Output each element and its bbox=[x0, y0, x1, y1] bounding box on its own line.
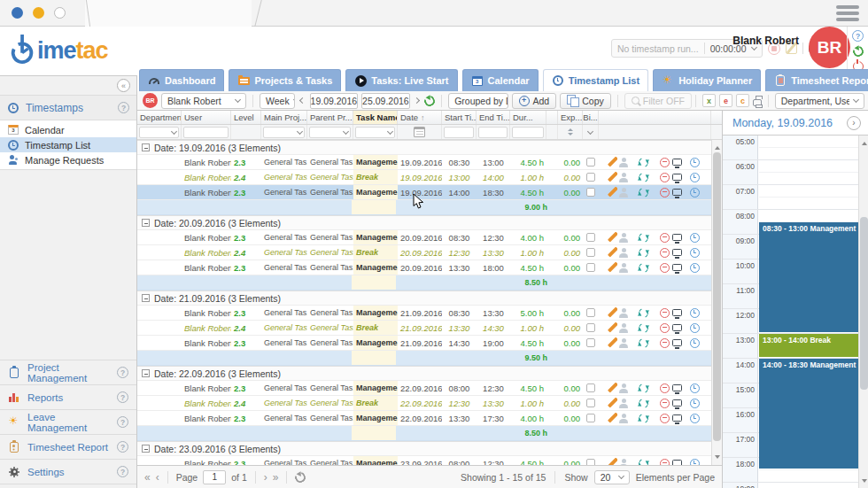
next-period-button[interactable] bbox=[414, 93, 421, 109]
help-icon[interactable] bbox=[117, 416, 128, 428]
copy-button[interactable]: Copy bbox=[560, 93, 611, 109]
column-header-user[interactable]: User bbox=[182, 111, 231, 124]
edit-pencil-icon[interactable] bbox=[608, 458, 617, 465]
table-row[interactable]: Blank Robert 2.3 General Tas... General … bbox=[137, 411, 711, 426]
billable-checkbox[interactable] bbox=[586, 188, 595, 197]
period-select[interactable]: Week bbox=[260, 93, 295, 109]
remove-icon[interactable] bbox=[660, 308, 670, 318]
remove-icon[interactable] bbox=[660, 158, 670, 167]
first-page-button[interactable]: « bbox=[144, 472, 151, 483]
remove-icon[interactable] bbox=[660, 338, 670, 348]
sync-icon[interactable] bbox=[637, 337, 649, 349]
assign-user-icon[interactable] bbox=[619, 338, 628, 348]
sidebar-section[interactable]: Project Management bbox=[0, 360, 136, 385]
monitor-icon[interactable] bbox=[672, 309, 682, 316]
sidebar-item[interactable]: Timestamp List bbox=[0, 137, 136, 152]
scrollbar-thumb[interactable] bbox=[713, 152, 721, 441]
monitor-icon[interactable] bbox=[672, 324, 682, 331]
monitor-icon[interactable] bbox=[672, 234, 682, 241]
filter-end-input[interactable] bbox=[478, 127, 508, 138]
edit-pencil-icon[interactable] bbox=[608, 157, 617, 167]
table-row[interactable]: Blank Robert 2.3 General Tas... General … bbox=[137, 185, 711, 200]
help-icon[interactable] bbox=[117, 367, 128, 378]
refresh-icon[interactable] bbox=[850, 44, 864, 58]
remove-icon[interactable] bbox=[660, 248, 670, 258]
monitor-icon[interactable] bbox=[672, 189, 682, 196]
collapse-group-icon[interactable] bbox=[142, 445, 150, 453]
clock-icon[interactable] bbox=[690, 338, 700, 348]
panel-scrollbar[interactable] bbox=[858, 136, 868, 488]
export-file-icon[interactable]: x bbox=[702, 94, 716, 107]
sync-icon[interactable] bbox=[637, 171, 649, 183]
scroll-down-icon[interactable] bbox=[862, 479, 867, 485]
table-row[interactable]: Blank Robert 2.3 General Tas... General … bbox=[137, 306, 711, 321]
collapse-group-icon[interactable] bbox=[142, 143, 150, 151]
sync-icon[interactable] bbox=[637, 261, 649, 274]
column-header-task-name[interactable]: Task Name bbox=[353, 111, 398, 124]
filter-button[interactable]: Filter OFF bbox=[624, 93, 692, 109]
column-header-end-time[interactable]: End Ti... bbox=[477, 111, 510, 124]
table-row[interactable]: Blank Robert 2.3 General Tas... General … bbox=[137, 336, 711, 351]
group-header-row[interactable]: Date: 19.09.2016 (3 Elements) bbox=[137, 140, 711, 155]
date-from-input[interactable]: 19.09.2016 bbox=[310, 93, 359, 109]
refresh-icon[interactable] bbox=[293, 469, 307, 484]
add-button[interactable]: Add bbox=[512, 93, 557, 109]
tab[interactable]: Holiday Planner bbox=[653, 69, 761, 91]
table-row[interactable]: Blank Robert 2.3 General Tas... General … bbox=[137, 230, 711, 245]
export-file-icon[interactable]: c bbox=[736, 94, 749, 107]
clock-icon[interactable] bbox=[690, 323, 700, 333]
scroll-up-icon[interactable] bbox=[862, 139, 867, 145]
edit-pencil-icon[interactable] bbox=[608, 172, 617, 182]
table-scrollbar[interactable] bbox=[711, 140, 722, 465]
column-header-start-time[interactable]: Start Ti... bbox=[442, 111, 477, 124]
edit-pencil-icon[interactable] bbox=[608, 187, 617, 198]
export-file-icon[interactable]: e bbox=[719, 94, 732, 107]
scroll-down-icon[interactable] bbox=[715, 455, 720, 461]
toolbar-avatar[interactable]: BR bbox=[143, 93, 158, 108]
clock-icon[interactable] bbox=[690, 263, 700, 273]
help-icon[interactable] bbox=[117, 441, 128, 453]
browser-tab[interactable] bbox=[85, 0, 252, 27]
remove-icon[interactable] bbox=[660, 459, 670, 466]
column-header-department[interactable]: Department bbox=[137, 111, 182, 124]
edit-pencil-icon[interactable] bbox=[608, 413, 617, 423]
sync-icon[interactable] bbox=[637, 246, 649, 259]
clock-icon[interactable] bbox=[690, 459, 700, 466]
assign-user-icon[interactable] bbox=[619, 188, 628, 198]
tab[interactable]: Timesheet Report bbox=[765, 69, 868, 91]
sidebar-section[interactable]: Settings bbox=[0, 459, 136, 484]
group-header-row[interactable]: Date: 21.09.2016 (3 Elements) bbox=[137, 290, 711, 306]
sidebar-section[interactable]: Reports bbox=[0, 384, 136, 410]
table-row[interactable]: Blank Robert 2.3 General Tas... General … bbox=[137, 155, 711, 170]
filter-billable-select[interactable] bbox=[587, 128, 593, 134]
sync-icon[interactable] bbox=[637, 382, 649, 394]
remove-icon[interactable] bbox=[660, 173, 670, 182]
scrollbar-thumb[interactable] bbox=[860, 217, 868, 390]
window-control-icon[interactable] bbox=[54, 7, 66, 19]
sync-icon[interactable] bbox=[637, 156, 649, 168]
monitor-icon[interactable] bbox=[672, 264, 682, 271]
group-header-row[interactable]: Date: 22.09.2016 (3 Elements) bbox=[137, 366, 711, 381]
sidebar-item[interactable]: Manage Requests bbox=[0, 152, 136, 167]
filter-task-select[interactable] bbox=[355, 127, 395, 138]
assign-user-icon[interactable] bbox=[619, 158, 628, 167]
clock-icon[interactable] bbox=[690, 158, 700, 167]
sync-icon[interactable] bbox=[637, 397, 649, 409]
tab[interactable]: Tasks: Live Start bbox=[345, 69, 457, 91]
edit-pencil-icon[interactable] bbox=[608, 232, 617, 243]
avatar[interactable]: BR bbox=[809, 27, 850, 68]
billable-checkbox[interactable] bbox=[586, 399, 595, 407]
filter-duration-input[interactable] bbox=[512, 127, 544, 138]
prev-period-button[interactable] bbox=[298, 93, 306, 109]
assign-user-icon[interactable] bbox=[619, 308, 628, 318]
column-header-parent-project[interactable]: Parent Pr... bbox=[307, 111, 353, 124]
collapse-group-icon[interactable] bbox=[142, 294, 150, 302]
column-header-level[interactable]: Level bbox=[231, 111, 261, 124]
clock-icon[interactable] bbox=[690, 383, 700, 393]
sync-icon[interactable] bbox=[637, 306, 649, 319]
remove-icon[interactable] bbox=[660, 414, 670, 423]
edit-pencil-icon[interactable] bbox=[608, 247, 617, 258]
remove-icon[interactable] bbox=[660, 383, 670, 393]
monitor-icon[interactable] bbox=[672, 174, 682, 181]
edit-pencil-icon[interactable] bbox=[608, 322, 617, 333]
